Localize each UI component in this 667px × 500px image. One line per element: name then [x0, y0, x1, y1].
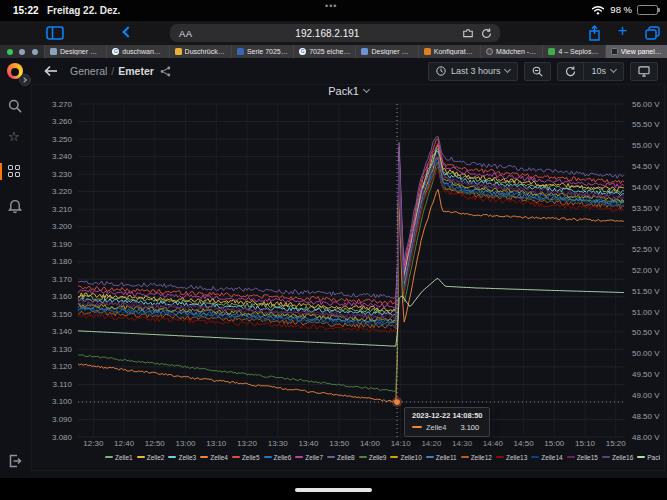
y-axis-right-label: 53.50 V — [632, 204, 660, 213]
y-axis-right-label: 48.50 V — [632, 412, 660, 421]
legend-item-zelle9[interactable]: Zelle9 — [359, 454, 387, 461]
legend-swatch — [232, 456, 240, 459]
tooltip-timestamp: 2023-12-22 14:08:50 — [412, 411, 482, 420]
legend-label: Zelle14 — [541, 454, 562, 461]
legend-item-zelle2[interactable]: Zelle2 — [137, 454, 165, 461]
x-axis-label: 12:30 — [83, 439, 104, 448]
legend-swatch — [264, 456, 272, 459]
legend-item-zelle7[interactable]: Zelle7 — [295, 454, 323, 461]
y-axis-right-label: 54.50 V — [632, 162, 660, 171]
legend-swatch — [137, 456, 145, 459]
x-axis-label: 14:10 — [391, 439, 412, 448]
y-axis-left-label: 3.190 — [52, 240, 73, 249]
x-axis-label: 14:30 — [452, 439, 473, 448]
y-axis-left-label: 3.270 — [52, 100, 73, 109]
legend-label: Zelle2 — [147, 454, 165, 461]
x-axis-label: 14:00 — [360, 439, 381, 448]
legend-label: Zelle5 — [242, 454, 260, 461]
x-axis-label: 13:00 — [176, 439, 197, 448]
y-axis-right-label: 50.50 V — [632, 328, 660, 337]
legend-label: Zelle10 — [400, 454, 421, 461]
y-axis-left-label: 3.120 — [52, 362, 73, 371]
series-zelle15 — [78, 153, 624, 318]
y-axis-left-label: 3.180 — [52, 257, 73, 266]
series-zelle7 — [78, 143, 624, 308]
legend-swatch — [105, 456, 113, 459]
ipad-screen: 15:22 Freitag 22. Dez. ••• 98 % AA 192.1… — [0, 0, 667, 500]
legend-swatch — [327, 456, 335, 459]
hovered-point — [394, 399, 400, 405]
legend-item-zelle14[interactable]: Zelle14 — [531, 454, 562, 461]
y-axis-left-label: 3.100 — [52, 397, 73, 406]
y-axis-right-label: 51.00 V — [632, 308, 660, 317]
x-axis-label: 13:40 — [298, 439, 319, 448]
legend-swatch — [200, 456, 208, 459]
y-axis-left-label: 3.210 — [52, 205, 73, 214]
legend-item-zelle10[interactable]: Zelle10 — [390, 454, 421, 461]
y-axis-left-label: 3.110 — [53, 380, 73, 389]
legend-label: Packspannung — [647, 454, 660, 461]
x-axis-label: 13:20 — [237, 439, 258, 448]
y-axis-right-label: 56.00 V — [632, 100, 660, 109]
legend-label: Zelle8 — [337, 454, 355, 461]
legend-swatch — [496, 456, 504, 459]
legend-item-zelle6[interactable]: Zelle6 — [264, 454, 292, 461]
legend-swatch — [602, 456, 610, 459]
legend-swatch — [531, 456, 539, 459]
legend-swatch — [567, 456, 575, 459]
x-axis-label: 15:00 — [544, 439, 565, 448]
voltage-time-series-chart[interactable]: 12:3012:4012:5013:0013:1013:2013:3013:40… — [0, 0, 667, 500]
y-axis-right-label: 52.50 V — [632, 245, 660, 254]
y-axis-right-label: 53.00 V — [632, 224, 660, 233]
y-axis-left-label: 3.140 — [52, 327, 73, 336]
tooltip-series-swatch — [412, 426, 422, 429]
legend-item-zelle16[interactable]: Zelle16 — [602, 454, 633, 461]
y-axis-left-label: 3.150 — [52, 310, 73, 319]
x-axis-label: 13:10 — [206, 439, 227, 448]
x-axis-label: 14:20 — [421, 439, 442, 448]
legend-item-zelle15[interactable]: Zelle15 — [567, 454, 598, 461]
y-axis-right-label: 51.50 V — [632, 287, 660, 296]
legend-item-zelle12[interactable]: Zelle12 — [461, 454, 492, 461]
tooltip-series-value: 3.100 — [460, 423, 479, 432]
legend-item-zelle1[interactable]: Zelle1 — [105, 454, 133, 461]
legend-swatch — [426, 456, 434, 459]
chart-tooltip: 2023-12-22 14:08:50 Zelle4 3.100 — [404, 407, 490, 437]
legend-label: Zelle3 — [178, 454, 196, 461]
series-zelle8 — [78, 137, 624, 299]
legend-swatch — [637, 456, 645, 459]
x-axis-label: 15:20 — [606, 439, 627, 448]
series-zelle4 — [78, 189, 624, 402]
legend-label: Zelle4 — [210, 454, 228, 461]
y-axis-left-label: 3.200 — [52, 222, 73, 231]
legend-label: Zelle11 — [436, 454, 457, 461]
legend-label: Zelle13 — [506, 454, 527, 461]
legend-item-zelle13[interactable]: Zelle13 — [496, 454, 527, 461]
y-axis-right-label: 54.00 V — [632, 183, 660, 192]
x-axis-label: 12:40 — [114, 439, 135, 448]
y-axis-left-label: 3.080 — [52, 433, 73, 442]
y-axis-right-label: 55.50 V — [632, 120, 660, 129]
legend-label: Zelle16 — [612, 454, 633, 461]
y-axis-left-label: 3.240 — [52, 152, 73, 161]
y-axis-left-label: 3.160 — [52, 292, 73, 301]
legend-swatch — [390, 456, 398, 459]
legend-swatch — [461, 456, 469, 459]
x-axis-label: 12:50 — [145, 439, 166, 448]
y-axis-left-label: 3.260 — [52, 117, 73, 126]
y-axis-right-label: 48.00 V — [632, 433, 660, 442]
legend-swatch — [359, 456, 367, 459]
legend-item-zelle3[interactable]: Zelle3 — [168, 454, 196, 461]
y-axis-right-label: 49.00 V — [632, 391, 660, 400]
y-axis-right-label: 55.00 V — [632, 141, 660, 150]
legend-item-zelle11[interactable]: Zelle11 — [426, 454, 457, 461]
y-axis-left-label: 3.170 — [52, 275, 73, 284]
x-axis-label: 13:30 — [268, 439, 289, 448]
x-axis-label: 14:50 — [514, 439, 535, 448]
legend-item-zelle8[interactable]: Zelle8 — [327, 454, 355, 461]
legend-item-zelle4[interactable]: Zelle4 — [200, 454, 228, 461]
legend-item-zelle5[interactable]: Zelle5 — [232, 454, 260, 461]
legend-label: Zelle9 — [369, 454, 387, 461]
legend-item-packspannung[interactable]: Packspannung — [637, 454, 660, 461]
chart-legend: Zelle1Zelle2Zelle3Zelle4Zelle5Zelle6Zell… — [105, 450, 660, 464]
